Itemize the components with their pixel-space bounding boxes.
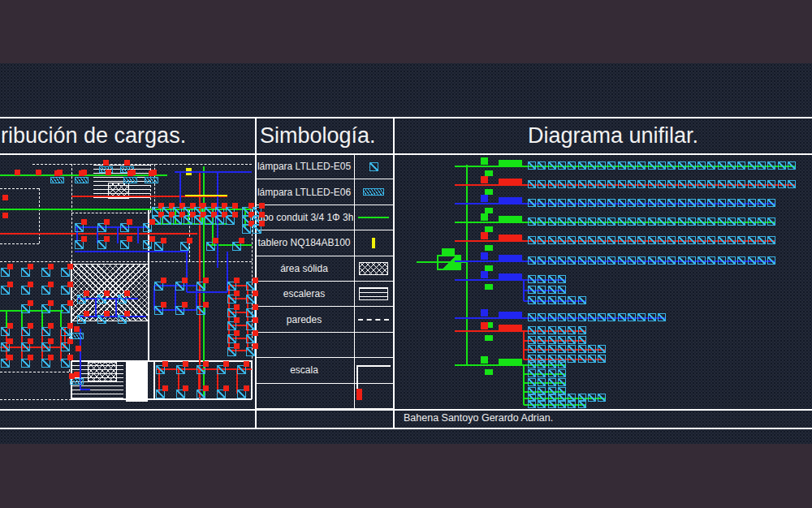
legend-row: escaleras: [255, 282, 393, 307]
legend-symbol: [354, 333, 393, 357]
panel-title-simbologia: Simbología.: [260, 123, 376, 149]
conduit-line-icon: [358, 217, 389, 218]
solid-area-icon: [359, 262, 388, 275]
lamp-e06-icon: [363, 188, 384, 196]
legend-row: paredes: [255, 307, 393, 332]
tablero-icon: [372, 238, 375, 248]
legend-symbol: [354, 154, 393, 179]
legend-label: [255, 384, 353, 408]
legend-label: lámpara LTLLED-E06: [255, 179, 353, 204]
legend-label: área sólida: [255, 256, 353, 281]
legend-row: área sólida: [255, 256, 393, 282]
legend-symbol: [354, 282, 393, 306]
legend-table: lámpara LTLLED-E05lámpara LTLLED-E06tubo…: [255, 154, 393, 409]
wall-dash-icon: [358, 319, 389, 321]
legend-label: escaleras: [255, 282, 353, 306]
legend-label: tubo conduit 3/4 1Φ 3h: [255, 205, 353, 230]
legend-symbol: [354, 358, 393, 382]
legend-label: tablero NQ184AB100: [255, 230, 353, 255]
legend-row: tubo conduit 3/4 1Φ 3h: [255, 205, 393, 230]
table-bottom-border: [0, 428, 812, 429]
content-bottom-border: [0, 409, 812, 411]
legend-row: lámpara LTLLED-E06: [255, 179, 393, 204]
scale-icon: [356, 365, 391, 375]
table-top-border: [0, 117, 812, 118]
legend-row: [255, 384, 393, 409]
scale-line: [356, 365, 391, 367]
divider-simbologia-unifilar: [393, 117, 395, 429]
legend-symbol: [354, 205, 393, 230]
autocad-window: ribución de cargas. Simbología. Diagrama…: [0, 0, 812, 508]
legend-label: escala: [255, 358, 353, 382]
scale-tick: [356, 367, 358, 374]
stairs-icon: [359, 287, 388, 300]
legend-row: [255, 333, 393, 358]
panel-title-cargas: ribución de cargas.: [1, 123, 186, 149]
legend-symbol: [354, 179, 393, 204]
legend-row: lámpara LTLLED-E05: [255, 154, 393, 179]
legend-label: [255, 333, 353, 357]
panel-title-unifilar: Diagrama unifilar.: [528, 123, 698, 149]
title-row-border: [0, 153, 812, 155]
legend-label: lámpara LTLLED-E05: [255, 154, 353, 179]
scale-tick: [356, 374, 358, 381]
legend-symbol: [354, 307, 393, 331]
legend-row: escala: [255, 358, 393, 383]
cad-canvas[interactable]: [0, 63, 812, 444]
legend-symbol: [354, 230, 393, 255]
legend-row: tablero NQ184AB100: [255, 230, 393, 256]
legend-symbol: [354, 256, 393, 281]
legend-label: paredes: [255, 307, 353, 331]
lamp-e05-icon: [369, 162, 378, 171]
author-name: Bahena Santoyo Gerardo Adrian.: [404, 412, 801, 424]
legend-symbol: [354, 384, 393, 408]
